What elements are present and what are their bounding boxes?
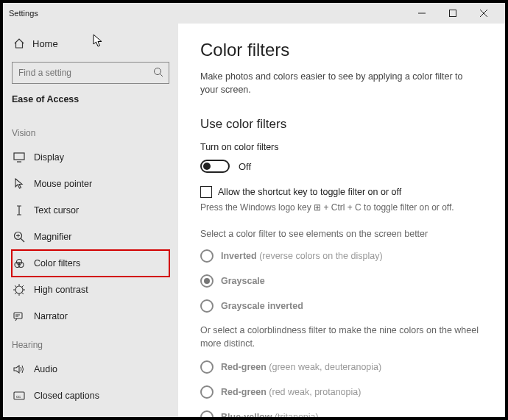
- svg-rect-25: [14, 313, 22, 318]
- magnifier-icon: [13, 231, 25, 243]
- svg-line-5: [160, 74, 163, 77]
- sidebar-item-label: High contrast: [34, 285, 88, 295]
- section-heading: Use color filters: [200, 117, 483, 132]
- sidebar: Home Ease of Access Vision Display Mouse…: [3, 24, 178, 417]
- content-area: Color filters Make photos and colors eas…: [178, 24, 505, 417]
- sidebar-item-label: Display: [34, 152, 64, 163]
- color-filters-toggle[interactable]: [200, 160, 230, 173]
- colorblind-intro: Or select a colorblindness filter to mak…: [200, 324, 480, 350]
- sidebar-item-label: Narrator: [34, 311, 68, 321]
- page-description: Make photos and colors easier to see by …: [200, 71, 465, 96]
- close-button[interactable]: [468, 3, 499, 24]
- high-contrast-icon: [13, 284, 25, 296]
- narrator-icon: [13, 311, 25, 321]
- sidebar-item-magnifier[interactable]: Magnifier: [12, 224, 169, 250]
- svg-line-23: [22, 285, 24, 287]
- group-label-hearing: Hearing: [12, 340, 169, 350]
- maximize-button[interactable]: [437, 3, 468, 24]
- page-title: Color filters: [200, 40, 483, 60]
- radio-button[interactable]: [200, 385, 214, 399]
- sidebar-item-label: Audio: [34, 364, 57, 374]
- sidebar-item-display[interactable]: Display: [12, 144, 169, 171]
- radio-button[interactable]: [200, 410, 214, 417]
- radio-blueyellow-trit[interactable]: Blue-yellow (tritanopia): [200, 410, 483, 417]
- closed-captions-icon: cc: [13, 391, 25, 400]
- svg-line-22: [22, 293, 24, 294]
- search-box[interactable]: [12, 62, 169, 84]
- category-title: Ease of Access: [12, 94, 169, 104]
- sidebar-item-closed-captions[interactable]: cc Closed captions: [12, 382, 169, 409]
- sidebar-item-color-filters[interactable]: Color filters: [12, 250, 169, 277]
- display-icon: [13, 152, 25, 163]
- radio-redgreen-deut[interactable]: Red-green (green weak, deuteranopia): [200, 360, 483, 374]
- toggle-state: Off: [239, 161, 251, 172]
- window-title: Settings: [9, 9, 406, 18]
- radio-button[interactable]: [200, 360, 214, 374]
- sidebar-item-label: Text cursor: [34, 205, 79, 216]
- sidebar-item-label: Magnifier: [34, 232, 71, 242]
- svg-point-16: [15, 286, 23, 293]
- radio-redgreen-prot[interactable]: Red-green (red weak, protanopia): [200, 385, 483, 399]
- sidebar-item-mouse-pointer[interactable]: Mouse pointer: [12, 171, 169, 197]
- radio-grayscale[interactable]: Grayscale: [200, 274, 483, 288]
- sidebar-item-audio[interactable]: Audio: [12, 356, 169, 382]
- mouse-pointer-icon: [13, 178, 25, 190]
- minimize-button[interactable]: [406, 3, 437, 24]
- text-cursor-icon: [13, 204, 25, 216]
- color-filters-icon: [13, 257, 25, 269]
- svg-line-24: [15, 293, 16, 294]
- windows-key-icon: ⊞: [314, 202, 321, 213]
- radio-grayscale-inverted[interactable]: Grayscale inverted: [200, 299, 483, 313]
- home-icon: [13, 38, 25, 49]
- sidebar-item-label: Mouse pointer: [34, 179, 92, 189]
- group-label-vision: Vision: [12, 128, 169, 138]
- sidebar-item-high-contrast[interactable]: High contrast: [12, 277, 169, 303]
- shortcut-checkbox[interactable]: [200, 186, 212, 198]
- radio-button[interactable]: [200, 299, 214, 313]
- toggle-label: Turn on color filters: [200, 142, 483, 152]
- svg-point-4: [155, 68, 161, 75]
- audio-icon: [13, 364, 25, 374]
- shortcut-hint: Press the Windows logo key ⊞ + Ctrl + C …: [200, 202, 483, 213]
- sidebar-item-label: Closed captions: [34, 391, 99, 401]
- svg-line-10: [21, 239, 25, 243]
- home-button[interactable]: Home: [12, 31, 169, 56]
- search-input[interactable]: [12, 62, 169, 84]
- sidebar-item-text-cursor[interactable]: Text cursor: [12, 197, 169, 224]
- svg-line-21: [15, 285, 16, 287]
- radio-inverted[interactable]: Inverted (reverse colors on the display): [200, 249, 483, 263]
- sidebar-item-label: Color filters: [34, 258, 80, 268]
- svg-text:cc: cc: [16, 394, 21, 399]
- shortcut-checkbox-label: Allow the shortcut key to toggle filter …: [218, 187, 401, 197]
- search-icon: [153, 67, 163, 77]
- titlebar: Settings: [3, 3, 505, 24]
- sidebar-item-narrator[interactable]: Narrator: [12, 303, 169, 330]
- radio-button[interactable]: [200, 274, 214, 288]
- svg-rect-1: [450, 10, 456, 17]
- radio-button[interactable]: [200, 249, 214, 263]
- home-label: Home: [32, 38, 58, 49]
- filter-select-label: Select a color filter to see elements on…: [200, 229, 483, 239]
- svg-rect-6: [14, 153, 24, 160]
